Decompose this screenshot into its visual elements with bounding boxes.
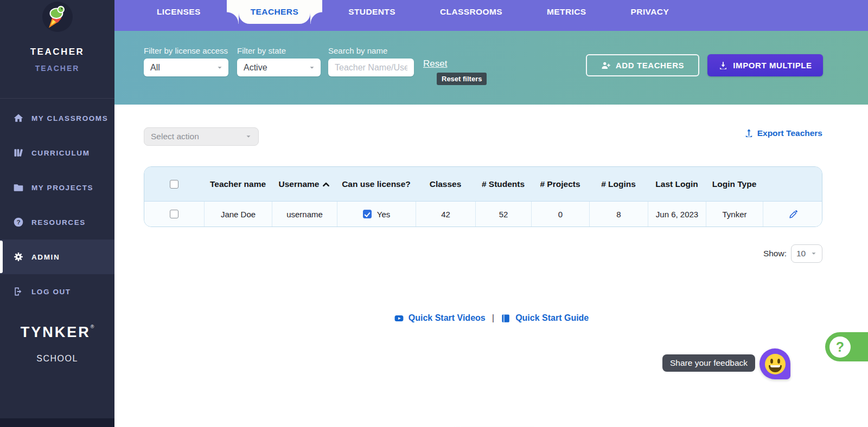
username-cell: username xyxy=(272,202,337,227)
header-can-use-license[interactable]: Can use license? xyxy=(337,167,416,201)
header-projects[interactable]: # Projects xyxy=(531,167,589,201)
add-user-icon xyxy=(601,61,611,70)
column-label: Last Login xyxy=(655,179,698,189)
last-login-cell: Jun 6, 2023 xyxy=(648,202,706,227)
license-checkbox[interactable] xyxy=(363,210,372,218)
tab-teachers[interactable]: TEACHERS xyxy=(239,0,310,24)
search-label: Search by name xyxy=(328,46,414,55)
tab-label: PRIVACY xyxy=(631,7,669,17)
row-actions-cell xyxy=(763,202,822,227)
logout-icon xyxy=(13,286,24,297)
select-action-dropdown[interactable]: Select action xyxy=(144,127,259,146)
sidebar-item-my-projects[interactable]: MY PROJECTS xyxy=(0,170,114,205)
add-teachers-button[interactable]: ADD TEACHERS xyxy=(586,54,699,76)
quick-start-videos-label: Quick Start Videos xyxy=(409,313,486,323)
export-teachers-label: Export Teachers xyxy=(757,128,822,138)
tab-licenses[interactable]: LICENSES xyxy=(150,0,207,24)
tynker-wordmark: TYNKER xyxy=(21,324,91,340)
select-all-checkbox[interactable] xyxy=(170,180,178,189)
bottom-shadow xyxy=(196,404,793,427)
chevron-down-icon xyxy=(245,133,252,140)
tab-metrics[interactable]: METRICS xyxy=(540,0,593,24)
sidebar-item-resources[interactable]: ? RESOURCES xyxy=(0,205,114,240)
search-group: Search by name xyxy=(328,46,414,76)
sort-asc-icon xyxy=(322,180,330,188)
tab-label: TEACHERS xyxy=(251,7,298,17)
quick-start-guide-link[interactable]: Quick Start Guide xyxy=(501,313,589,324)
sidebar-item-label: LOG OUT xyxy=(31,288,71,296)
sidebar-item-log-out[interactable]: LOG OUT xyxy=(0,274,114,309)
show-label: Show: xyxy=(763,249,787,258)
reset-filters-tooltip: Reset filters xyxy=(437,73,487,85)
quick-start-guide-label: Quick Start Guide xyxy=(515,313,589,323)
chevron-down-icon xyxy=(309,64,315,71)
column-label: Classes xyxy=(430,179,462,189)
export-teachers-link[interactable]: Export Teachers xyxy=(744,128,822,138)
tab-label: STUDENTS xyxy=(348,7,395,17)
header-classes[interactable]: Classes xyxy=(416,167,475,201)
tynker-logo: TYNKER® xyxy=(0,324,114,341)
tab-classrooms[interactable]: CLASSROOMS xyxy=(433,0,509,24)
header-username[interactable]: Username xyxy=(272,167,337,201)
sidebar-bottom-strip xyxy=(0,418,114,427)
sidebar-item-label: ADMIN xyxy=(31,253,60,261)
import-multiple-button[interactable]: IMPORT MULTIPLE xyxy=(707,54,823,76)
select-action-value: Select action xyxy=(151,132,199,141)
tab-label: LICENSES xyxy=(157,7,201,17)
filter-bar: Filter by license access All Filter by s… xyxy=(114,31,868,105)
sidebar-nav: MY CLASSROOMS CURRICULUM MY PROJECTS ? R… xyxy=(0,101,114,309)
header-logins[interactable]: # Logins xyxy=(589,167,648,201)
registered-mark: ® xyxy=(91,324,94,329)
tab-privacy[interactable]: PRIVACY xyxy=(624,0,676,24)
filter-state-group: Filter by state Active xyxy=(237,46,321,76)
book-icon xyxy=(501,313,511,324)
can-use-license-cell: Yes xyxy=(337,202,416,227)
sidebar-divider xyxy=(0,98,114,99)
sidebar-item-my-classrooms[interactable]: MY CLASSROOMS xyxy=(0,101,114,135)
pencil-icon xyxy=(788,209,799,219)
filter-license-access-label: Filter by license access xyxy=(144,46,228,55)
sidebar-item-admin[interactable]: ADMIN xyxy=(0,240,114,274)
edit-row-button[interactable] xyxy=(788,209,799,219)
page-size-select[interactable]: 10 xyxy=(791,244,822,263)
column-label: Login Type xyxy=(712,179,757,189)
folder-icon xyxy=(13,182,24,193)
column-label: Username xyxy=(279,179,320,189)
teachers-table: Teacher name Username Can use license? C… xyxy=(144,166,822,227)
sidebar-item-curriculum[interactable]: CURRICULUM xyxy=(0,135,114,170)
gear-icon xyxy=(13,251,24,262)
feedback-button[interactable] xyxy=(760,348,790,379)
tynker-school-label: SCHOOL xyxy=(0,354,114,364)
page-size-control: Show: 10 xyxy=(763,244,822,263)
row-checkbox[interactable] xyxy=(170,210,178,218)
home-icon xyxy=(13,113,24,124)
license-value-label: Yes xyxy=(377,210,390,219)
header-students[interactable]: # Students xyxy=(475,167,531,201)
filter-state-value: Active xyxy=(244,63,267,73)
search-input[interactable] xyxy=(328,59,414,76)
header-actions xyxy=(763,167,822,201)
filter-license-access-select[interactable]: All xyxy=(144,59,228,76)
question-circle-icon: ? xyxy=(13,217,24,228)
header-teacher-name[interactable]: Teacher name xyxy=(204,167,272,201)
school-logo[interactable] xyxy=(0,2,114,34)
dino-rocket-logo-icon xyxy=(42,2,73,32)
import-multiple-label: IMPORT MULTIPLE xyxy=(733,61,812,70)
reset-filters-link[interactable]: Reset xyxy=(423,59,447,69)
sidebar-item-label: CURRICULUM xyxy=(31,149,90,157)
question-mark-icon: ? xyxy=(829,337,851,358)
sidebar: TEACHER TEACHER MY CLASSROOMS CURRICULUM xyxy=(0,0,114,427)
quick-start-videos-link[interactable]: Quick Start Videos xyxy=(394,313,486,324)
help-button[interactable]: ? xyxy=(825,332,868,361)
header-last-login[interactable]: Last Login xyxy=(648,167,706,201)
header-login-type[interactable]: Login Type xyxy=(706,167,763,201)
filter-state-select[interactable]: Active xyxy=(237,59,321,76)
sidebar-item-label: MY PROJECTS xyxy=(31,184,93,192)
header-select-all xyxy=(144,167,204,201)
tab-label: CLASSROOMS xyxy=(440,7,502,17)
page-size-value: 10 xyxy=(796,249,806,258)
tab-label: METRICS xyxy=(547,7,586,17)
column-label: # Logins xyxy=(601,179,636,189)
quick-start-links: Quick Start Videos | Quick Start Guide xyxy=(114,313,868,324)
tab-students[interactable]: STUDENTS xyxy=(342,0,402,24)
